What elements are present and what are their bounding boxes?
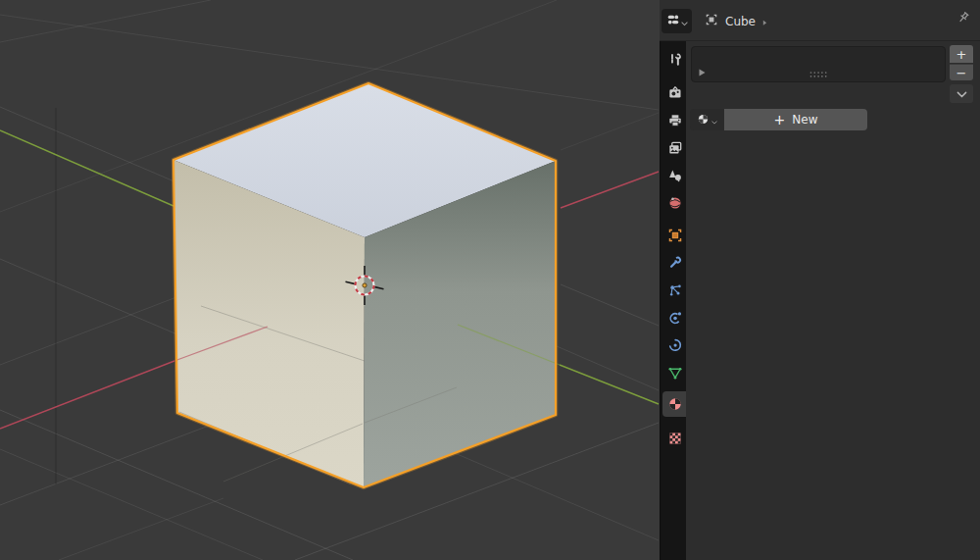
modifiers-icon xyxy=(667,255,683,271)
render-icon xyxy=(667,85,683,101)
properties-editor-icon xyxy=(666,12,680,30)
new-material-label: New xyxy=(792,113,817,127)
3d-viewport[interactable] xyxy=(0,0,660,560)
tab-particles-properties[interactable] xyxy=(662,278,687,303)
tab-scene-properties[interactable] xyxy=(662,163,687,188)
tab-constraints-properties[interactable] xyxy=(662,332,687,358)
tab-texture-properties[interactable] xyxy=(662,426,687,451)
chevron-down-icon xyxy=(681,12,688,30)
tab-view-layer-properties[interactable] xyxy=(662,135,687,161)
plus-icon: + xyxy=(956,47,967,62)
pin-button[interactable] xyxy=(954,10,973,29)
add-material-slot-button[interactable]: + xyxy=(950,45,973,63)
output-icon xyxy=(667,113,683,128)
browse-material-button[interactable] xyxy=(690,109,723,130)
list-resize-grip[interactable] xyxy=(809,71,827,78)
constraints-icon xyxy=(667,337,683,353)
new-material-button[interactable]: + New xyxy=(723,109,867,130)
material-icon xyxy=(667,396,683,412)
scene-icon xyxy=(667,168,683,183)
blender-window: Cube + − + New xyxy=(0,0,980,560)
tab-render-properties[interactable] xyxy=(662,80,687,106)
pin-icon xyxy=(956,10,971,29)
chevron-down-icon xyxy=(956,86,967,101)
material-selector-row: + New xyxy=(690,109,867,130)
breadcrumb: Cube xyxy=(705,9,767,33)
data-icon xyxy=(667,365,683,381)
material-slots-list[interactable] xyxy=(691,46,946,82)
material-properties-panel: + − + New xyxy=(686,41,980,560)
tab-tool-properties[interactable] xyxy=(662,47,687,73)
object-icon xyxy=(705,12,718,30)
chevron-down-icon xyxy=(711,111,717,129)
filter-expander-icon[interactable] xyxy=(699,69,706,76)
tab-material-properties[interactable] xyxy=(662,391,687,417)
physics-icon xyxy=(667,310,683,326)
editor-type-button[interactable] xyxy=(662,9,692,33)
breadcrumb-object-label[interactable]: Cube xyxy=(725,15,756,28)
tab-data-properties[interactable] xyxy=(662,360,687,385)
disclosure-arrow-icon xyxy=(762,12,767,30)
tab-modifiers-properties[interactable] xyxy=(662,250,687,276)
texture-icon xyxy=(667,431,683,446)
remove-material-slot-button[interactable]: − xyxy=(950,64,973,80)
object-icon xyxy=(667,228,683,243)
tab-output-properties[interactable] xyxy=(662,108,687,133)
tab-physics-properties[interactable] xyxy=(662,305,687,331)
plus-icon: + xyxy=(774,112,786,127)
viewport-scene xyxy=(0,0,660,560)
tab-world-properties[interactable] xyxy=(662,190,687,216)
material-sphere-icon xyxy=(697,111,710,129)
tab-object-properties[interactable] xyxy=(662,223,687,248)
world-icon xyxy=(667,195,683,211)
tool-icon xyxy=(667,52,683,68)
properties-header: Cube xyxy=(660,0,980,41)
particles-icon xyxy=(667,282,683,298)
view-layer-icon xyxy=(667,140,683,156)
minus-icon: − xyxy=(956,66,967,80)
properties-tab-strip xyxy=(660,41,686,560)
material-specials-button[interactable] xyxy=(950,84,973,103)
